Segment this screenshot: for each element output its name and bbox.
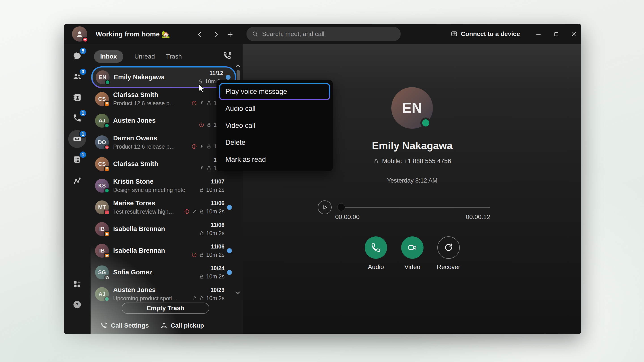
nav-apps[interactable] (70, 276, 85, 292)
scroll-up-button[interactable] (234, 62, 241, 69)
total-time: 00:00:12 (460, 213, 490, 221)
apps-plus-icon (72, 279, 82, 289)
unread-dot (227, 248, 232, 253)
contact-name: Kristin Stone (113, 178, 196, 185)
back-button[interactable] (195, 29, 204, 39)
connect-to-device-button[interactable]: Connect to a device (450, 24, 520, 44)
contact-name: Darren Owens (113, 134, 189, 142)
make-call-button[interactable] (223, 51, 234, 62)
maximize-button[interactable] (551, 29, 562, 39)
unread-dot (227, 270, 232, 275)
list-item[interactable]: DO Darren OwensProduct 12.6 release p… 1… (91, 131, 236, 153)
message-duration: 10m 2s (206, 208, 224, 215)
voicemail-badge: 1 (79, 130, 87, 138)
message-date: 11/06 (199, 222, 224, 228)
list-item[interactable]: KS Kristin StoneDesign sync up meeting n… (91, 175, 236, 196)
connect-label: Connect to a device (461, 30, 520, 37)
key-icon (199, 144, 204, 149)
message-subject: Product 12.6 release p… (113, 143, 189, 150)
device-icon (450, 30, 458, 37)
contact-name: Isabella Brennan (113, 225, 196, 233)
list-item[interactable]: AJ Austen JonesUpcoming product spotl… 1… (91, 283, 236, 302)
nav-messaging[interactable]: 5 (70, 48, 85, 63)
key-icon (192, 209, 197, 214)
chevron-up-icon (234, 62, 241, 69)
close-button[interactable] (569, 29, 579, 39)
handset-icon (371, 242, 381, 253)
presence-available-badge (105, 79, 110, 85)
urgent-icon (192, 144, 197, 149)
message-duration: 10m 2s (206, 273, 224, 280)
nav-calling[interactable]: 1 (70, 110, 85, 126)
video-call-button[interactable] (401, 236, 424, 259)
detail-phone-number: Mobile: +1 888 555 4756 (382, 158, 451, 165)
presence-meeting-badge (104, 166, 110, 172)
nav-whiteboard[interactable] (70, 173, 85, 188)
list-item[interactable]: SG Sofia Gomez 10/24 10m 2s (91, 261, 236, 283)
recover-button[interactable] (438, 236, 460, 259)
audio-call-button[interactable] (365, 236, 387, 259)
list-item[interactable]: IB Isabella Brennan 11/06 10m 2s (91, 218, 236, 240)
scroll-down-button[interactable] (234, 289, 241, 296)
help-icon: ? (72, 300, 82, 309)
lock-icon (199, 274, 204, 279)
call-pickup-link[interactable]: Call pickup (160, 322, 204, 329)
menu-item-mark-as-read[interactable]: Mark as read (219, 151, 330, 168)
menu-item-delete[interactable]: Delete (219, 134, 330, 151)
key-icon (199, 165, 204, 171)
empty-trash-button[interactable]: Empty Trash (122, 303, 209, 314)
lock-icon (206, 165, 212, 171)
message-date: 11/07 (199, 178, 224, 185)
plus-icon (227, 31, 234, 38)
presence-dnd-badge (104, 145, 110, 150)
nav-meetings[interactable]: 1 (70, 152, 85, 167)
search-input[interactable]: Search, meet, and call (246, 27, 401, 41)
forward-button[interactable] (211, 29, 221, 39)
message-subject: Design sync up meeting note (113, 187, 196, 193)
list-item[interactable]: IB Isabella Brennan 11/06 10m 2s (91, 240, 236, 261)
message-subject: Test result review high… (113, 209, 182, 215)
lock-icon (206, 122, 212, 128)
play-button[interactable] (318, 200, 332, 214)
tab-inbox[interactable]: Inbox (94, 50, 123, 63)
list-item[interactable]: CS Clarissa Smith 11/0 10m (91, 153, 236, 175)
list-item[interactable]: AJ Austen Jones 11/ 10m (91, 110, 236, 131)
contact-name: Marise Torres (113, 200, 182, 207)
add-button[interactable] (225, 29, 235, 39)
menu-item-audio-call[interactable]: Audio call (219, 100, 330, 117)
message-date: 10/24 (199, 265, 224, 272)
urgent-icon (192, 100, 197, 106)
nav-teams[interactable]: 3 (70, 69, 85, 84)
unread-dot (227, 205, 232, 210)
presence-available-badge (104, 123, 110, 128)
nav-help[interactable]: ? (70, 297, 85, 312)
profile-avatar[interactable] (72, 26, 87, 41)
message-duration: 10m 2s (206, 187, 224, 193)
call-settings-icon (100, 322, 108, 329)
lock-icon (206, 144, 212, 149)
menu-item-video-call[interactable]: Video call (219, 117, 330, 134)
tab-unread[interactable]: Unread (134, 50, 155, 63)
list-item[interactable]: CS Clarissa SmithProduct 12.6 release p…… (91, 88, 236, 110)
chevron-right-icon (213, 31, 220, 38)
list-item[interactable]: EN Emily Nakagawa 11/12 10m 2s (92, 67, 235, 87)
elapsed-time: 00:00:00 (335, 213, 360, 221)
minimize-button[interactable] (533, 29, 544, 39)
tab-trash[interactable]: Trash (166, 50, 182, 63)
playback-track[interactable] (338, 207, 490, 208)
nav-contacts[interactable] (70, 90, 85, 105)
urgent-icon (199, 122, 204, 128)
menu-item-play-voice-message[interactable]: Play voice message (220, 84, 329, 99)
unread-dot (226, 75, 230, 80)
presence-meeting-badge (104, 101, 110, 107)
chevron-left-icon (196, 31, 203, 38)
call-settings-link[interactable]: Call Settings (100, 322, 149, 329)
playback-knob[interactable] (338, 204, 345, 211)
nav-voicemail[interactable]: 1 (70, 131, 85, 147)
lock-icon (199, 252, 204, 258)
list-item[interactable]: MT Marise TorresTest result review high…… (91, 196, 236, 218)
key-icon (192, 295, 197, 301)
call-pickup-label: Call pickup (170, 322, 204, 329)
avatar: IB (95, 244, 109, 258)
urgent-icon (184, 209, 190, 214)
